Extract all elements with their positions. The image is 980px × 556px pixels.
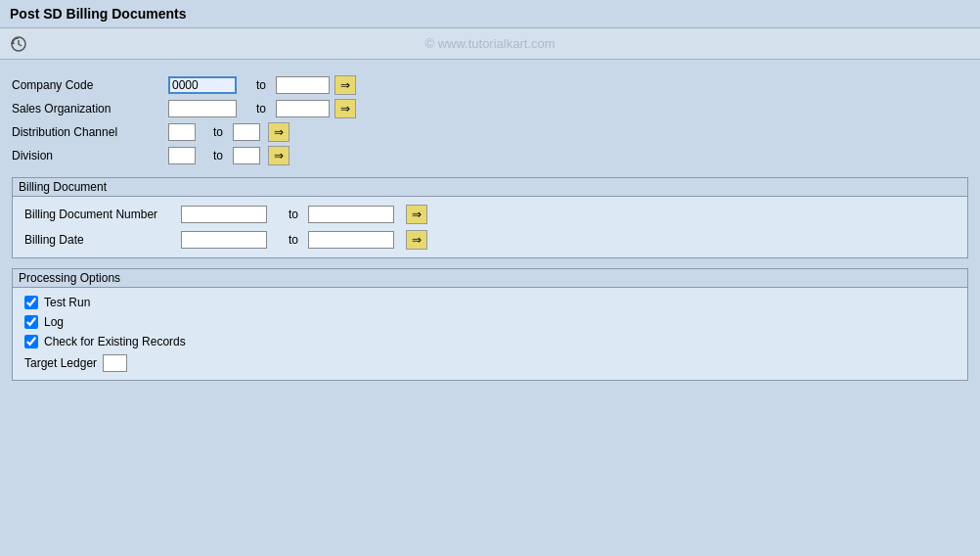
to-label-4: to [203, 149, 233, 162]
to-label-2: to [246, 102, 276, 116]
test-run-row: Test Run [24, 296, 956, 309]
billing-date-input[interactable] [181, 231, 267, 249]
check-existing-row: Check for Existing Records [24, 335, 956, 348]
target-ledger-row: Target Ledger [24, 354, 956, 372]
billing-document-section: Billing Document Billing Document Number… [12, 177, 968, 258]
log-row: Log [24, 315, 956, 329]
processing-options-section: Processing Options Test Run Log Check fo… [12, 268, 968, 381]
check-existing-label: Check for Existing Records [44, 335, 186, 348]
to-label-5: to [279, 208, 308, 221]
billing-doc-number-input[interactable] [181, 206, 267, 223]
billing-doc-number-to-input[interactable] [308, 206, 394, 223]
target-ledger-label: Target Ledger [24, 356, 97, 370]
dist-channel-input[interactable] [168, 123, 196, 141]
dist-channel-to-input[interactable] [233, 123, 260, 141]
billing-document-title: Billing Document [13, 178, 967, 197]
division-to-input[interactable] [233, 147, 260, 164]
division-arrow-btn[interactable]: ⇒ [268, 146, 290, 165]
company-code-label: Company Code [12, 78, 168, 92]
to-label-6: to [279, 233, 308, 247]
billing-doc-number-arrow-btn[interactable]: ⇒ [406, 205, 427, 224]
toolbar: © www.tutorialkart.com [0, 28, 980, 60]
watermark: © www.tutorialkart.com [424, 36, 555, 51]
log-checkbox[interactable] [24, 315, 38, 329]
to-label-1: to [246, 78, 276, 92]
dist-channel-label: Distribution Channel [12, 125, 168, 139]
sales-org-to-input[interactable] [276, 100, 330, 117]
to-label-3: to [203, 125, 233, 139]
company-code-input[interactable] [168, 76, 237, 94]
dist-channel-arrow-btn[interactable]: ⇒ [268, 122, 290, 142]
processing-options-title: Processing Options [13, 269, 967, 288]
billing-date-label: Billing Date [24, 233, 181, 247]
company-code-to-input[interactable] [276, 76, 330, 94]
log-label: Log [44, 315, 64, 329]
sales-org-arrow-btn[interactable]: ⇒ [334, 99, 356, 118]
sales-org-label: Sales Organization [12, 102, 168, 116]
billing-doc-number-label: Billing Document Number [24, 208, 181, 221]
billing-date-to-input[interactable] [308, 231, 394, 249]
target-ledger-input[interactable] [103, 354, 127, 372]
page-title: Post SD Billing Documents [10, 6, 186, 22]
title-bar: Post SD Billing Documents [0, 0, 980, 28]
check-existing-checkbox[interactable] [24, 335, 38, 348]
division-input[interactable] [168, 147, 196, 164]
division-label: Division [12, 149, 168, 162]
toolbar-icon[interactable] [8, 33, 29, 55]
company-code-arrow-btn[interactable]: ⇒ [334, 75, 356, 95]
billing-date-arrow-btn[interactable]: ⇒ [406, 230, 427, 250]
test-run-checkbox[interactable] [24, 296, 38, 309]
test-run-label: Test Run [44, 296, 90, 309]
sales-org-input[interactable] [168, 100, 237, 117]
